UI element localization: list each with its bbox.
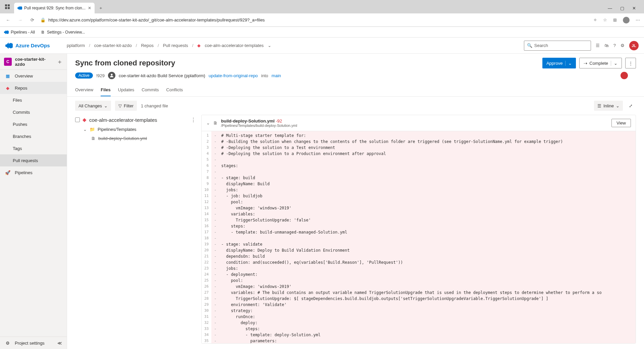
crumb-repo[interactable]: coe-alm-accelerator-templates: [205, 43, 264, 48]
tab-title: Pull request 929: Sync from clon...: [24, 6, 86, 10]
sidebar-item-pull-requests[interactable]: Pull requests: [0, 154, 67, 166]
collapse-sidebar-icon[interactable]: ≪: [57, 341, 62, 346]
reviewer-avatar[interactable]: [621, 72, 628, 79]
fullscreen-button[interactable]: ⤢: [626, 101, 636, 111]
project-settings[interactable]: ⚙ Project settings ≪: [0, 337, 67, 349]
tab-overview[interactable]: Overview: [75, 84, 93, 96]
close-window-icon[interactable]: ✕: [632, 6, 636, 11]
marketplace-icon[interactable]: 🛍: [604, 43, 609, 48]
azure-devops-icon: [17, 6, 22, 10]
maximize-icon[interactable]: ▢: [620, 6, 624, 11]
sidebar: C coe-starter-kit-azdo ＋ ▦ Overview ◆ Re…: [0, 54, 67, 349]
address-bar[interactable]: 🔒 https://dev.azure.com/pplatform/coe-st…: [40, 17, 589, 22]
tree-file[interactable]: 🗎 build-deploy-Solution.yml: [75, 134, 196, 143]
sidebar-item-branches[interactable]: Branches: [0, 130, 67, 142]
app-menu-icon[interactable]: [3, 2, 12, 11]
project-icon: C: [4, 58, 12, 66]
page-icon: 🗎: [41, 30, 45, 35]
ado-header: Azure DevOps pplatform / coe-starter-kit…: [0, 38, 644, 54]
repos-icon: ◆: [5, 86, 11, 91]
filter-icon: ▽: [118, 103, 122, 108]
pr-id: !929: [96, 73, 105, 78]
view-button[interactable]: View: [611, 119, 631, 127]
back-button[interactable]: ←: [4, 17, 12, 22]
bookmark-settings[interactable]: 🗎 Settings - Overview...: [41, 30, 85, 35]
sidebar-item-overview[interactable]: ▦ Overview: [0, 70, 67, 82]
diff-panel: ⌄ 🗎 build-deploy-Solution.yml -92 /Pipel…: [201, 115, 636, 344]
pipelines-icon: 🚀: [5, 170, 11, 175]
all-changes-dropdown[interactable]: All Changes ⌄: [75, 101, 111, 111]
browser-tab[interactable]: Pull request 929: Sync from clon... ✕: [14, 3, 95, 13]
profile-icon[interactable]: [623, 17, 630, 23]
more-options-button[interactable]: ⋮: [625, 58, 636, 68]
help-icon[interactable]: ?: [613, 43, 616, 48]
sidebar-item-pipelines[interactable]: 🚀 Pipelines: [0, 166, 67, 179]
file-icon: 🗎: [91, 136, 96, 141]
page-title: Sync from cloned repository: [75, 59, 175, 67]
tab-files[interactable]: Files: [101, 84, 111, 96]
filter-button[interactable]: ▽ Filter: [115, 101, 137, 111]
tab-updates[interactable]: Updates: [118, 84, 134, 96]
close-icon[interactable]: ✕: [88, 6, 91, 10]
crumb-org[interactable]: pplatform: [67, 43, 85, 48]
checkbox[interactable]: [75, 117, 80, 122]
complete-button[interactable]: ⇢ Complete ⌄: [579, 58, 622, 68]
svg-rect-0: [5, 4, 7, 6]
add-icon[interactable]: ＋: [57, 58, 63, 66]
search-icon: 🔍: [527, 43, 532, 48]
tree-root[interactable]: ◆ coe-alm-accelerator-templates ⋮: [75, 115, 196, 125]
git-icon: ◆: [83, 117, 87, 123]
breadcrumb: pplatform / coe-starter-kit-azdo / Repos…: [67, 43, 271, 48]
user-settings-icon[interactable]: ⚙: [621, 43, 625, 48]
url-text: https://dev.azure.com/pplatform/coe-star…: [48, 17, 265, 22]
tab-commits[interactable]: Commits: [142, 84, 159, 96]
more-icon[interactable]: ⋯: [636, 17, 640, 22]
reading-icon[interactable]: ✧: [593, 17, 597, 22]
ado-logo[interactable]: Azure DevOps: [5, 42, 67, 49]
diff-code[interactable]: 1 2 3 4 5 6 7 8 9 10 11 12 13 14 15 16 1…: [202, 131, 636, 343]
search-input[interactable]: 🔍 Search: [524, 41, 591, 51]
tree-folder[interactable]: ⌄ 📁 Pipelines/Templates: [75, 125, 196, 134]
chevron-down-icon[interactable]: ⌄: [565, 61, 572, 66]
status-badge: Active: [75, 72, 93, 79]
author-name: coe-starter-kit-azdo Build Service (ppla…: [119, 73, 205, 78]
user-avatar[interactable]: JL: [629, 41, 639, 50]
lock-icon: 🔒: [40, 17, 46, 22]
bookmark-pipelines[interactable]: Pipelines - All: [4, 30, 35, 35]
project-picker[interactable]: C coe-starter-kit-azdo ＋: [0, 54, 67, 70]
sidebar-item-tags[interactable]: Tags: [0, 142, 67, 154]
sidebar-item-pushes[interactable]: Pushes: [0, 118, 67, 130]
favorite-icon[interactable]: ☆: [603, 17, 607, 22]
chevron-down-icon[interactable]: ⌄: [268, 43, 271, 48]
chevron-down-icon[interactable]: ⌄: [611, 61, 618, 66]
chevron-down-icon: ⌄: [83, 127, 87, 132]
source-branch[interactable]: update-from-original-repo: [209, 73, 258, 78]
collapse-icon[interactable]: ⌄: [206, 120, 210, 126]
sidebar-item-files[interactable]: Files: [0, 94, 67, 106]
diff-file-path: /Pipelines/Templates/build-deploy-Soluti…: [221, 123, 297, 128]
forward-button: →: [16, 17, 24, 22]
refresh-button[interactable]: ⟳: [28, 17, 36, 22]
more-icon[interactable]: ⋮: [191, 117, 196, 123]
author-avatar[interactable]: [108, 72, 115, 79]
crumb-project[interactable]: coe-starter-kit-azdo: [94, 43, 132, 48]
changed-files-count: 1 changed file: [141, 103, 168, 108]
list-icon[interactable]: ☰: [596, 43, 600, 48]
crumb-area[interactable]: Repos: [141, 43, 154, 48]
minimize-icon[interactable]: —: [608, 6, 612, 11]
azure-devops-icon: [5, 42, 13, 49]
sidebar-item-commits[interactable]: Commits: [0, 106, 67, 118]
approve-button[interactable]: Approve ⌄: [542, 58, 576, 68]
inline-dropdown[interactable]: ☰ Inline ⌄: [594, 101, 623, 111]
overview-icon: ▦: [5, 73, 11, 79]
svg-rect-2: [5, 7, 7, 9]
crumb-section[interactable]: Pull requests: [163, 43, 188, 48]
new-tab-button[interactable]: ＋: [96, 3, 105, 13]
sidebar-item-repos[interactable]: ◆ Repos: [0, 82, 67, 94]
tab-conflicts[interactable]: Conflicts: [166, 84, 183, 96]
collections-icon[interactable]: ⊞: [613, 17, 617, 22]
file-icon: 🗎: [213, 120, 218, 126]
target-branch[interactable]: main: [272, 73, 281, 78]
gear-icon: ⚙: [5, 341, 11, 346]
svg-point-4: [111, 74, 112, 76]
